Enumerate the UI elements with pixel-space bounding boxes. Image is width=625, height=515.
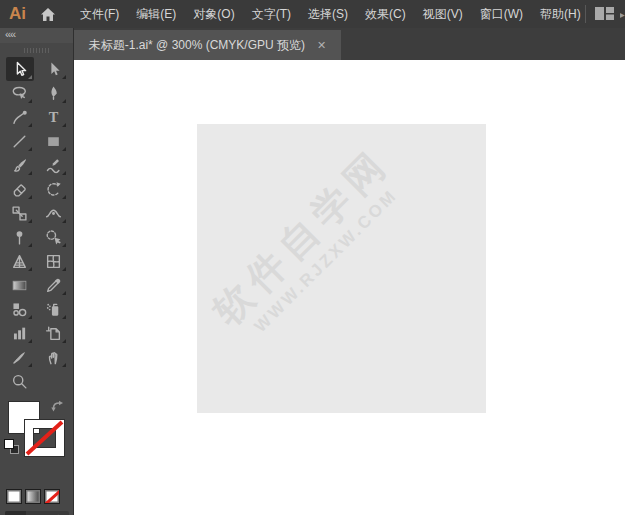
draw-behind-icon[interactable] [26,511,47,515]
draw-normal-icon[interactable] [5,511,26,515]
artboard-tool[interactable] [40,321,68,345]
width-tool[interactable] [40,201,68,225]
menu-file[interactable]: 文件(F) [76,1,123,28]
menu-type[interactable]: 文字(T) [248,1,295,28]
toolbar-collapse-button[interactable]: «« [0,28,73,43]
default-fill-square [4,439,14,449]
drawing-mode-buttons [5,511,69,515]
menubar-divider [585,5,586,23]
paintbrush-tool[interactable] [6,153,34,177]
gradient-swatch-icon[interactable] [25,489,41,504]
illustrator-logo: Ai [9,4,26,24]
mesh-tool[interactable] [40,249,68,273]
gradient-tool[interactable] [6,273,34,297]
menu-items: 文件(F) 编辑(E) 对象(O) 文字(T) 选择(S) 效果(C) 视图(V… [76,1,585,28]
menu-select[interactable]: 选择(S) [304,1,352,28]
tab-close-icon[interactable]: ✕ [317,40,326,51]
slice-tool[interactable] [6,345,34,369]
menu-window[interactable]: 窗口(W) [476,1,527,28]
blend-tool[interactable] [6,297,34,321]
canvas-area[interactable]: 软件自学网 WWW.RJZXW.COM [74,60,625,515]
document-tab[interactable]: 未标题-1.ai* @ 300% (CMYK/GPU 预览) ✕ [74,30,341,60]
gray-square-object[interactable] [197,124,486,413]
menu-view[interactable]: 视图(V) [419,1,467,28]
svg-text:T: T [49,109,59,125]
hand-tool[interactable] [40,345,68,369]
paint-style-buttons [0,489,73,504]
puppet-warp-tool[interactable] [6,225,34,249]
menu-help[interactable]: 帮助(H) [536,1,585,28]
fill-stroke-controls [0,401,73,487]
tool-grid: T [0,57,73,393]
home-icon[interactable] [40,7,56,22]
menu-edit[interactable]: 编辑(E) [132,1,180,28]
menu-object[interactable]: 对象(O) [189,1,238,28]
none-swatch-icon[interactable] [44,489,60,504]
curvature-tool[interactable] [6,105,34,129]
rectangle-tool[interactable] [40,129,68,153]
perspective-grid-tool[interactable] [6,249,34,273]
lasso-tool[interactable] [6,81,34,105]
document-tab-bar: 未标题-1.ai* @ 300% (CMYK/GPU 预览) ✕ [74,28,625,60]
type-tool[interactable]: T [40,105,68,129]
chevron-icon[interactable]: ▸ [620,9,625,19]
menu-effect[interactable]: 效果(C) [361,1,410,28]
stroke-none-slash [25,420,64,456]
menu-bar: Ai 文件(F) 编辑(E) 对象(O) 文字(T) 选择(S) 效果(C) 视… [0,0,625,28]
swap-fill-stroke-icon[interactable] [50,399,66,418]
rotate-tool[interactable] [40,177,68,201]
column-graph-tool[interactable] [6,321,34,345]
selection-tool[interactable] [6,57,34,81]
line-segment-tool[interactable] [6,129,34,153]
draw-inside-icon[interactable] [48,511,69,515]
shaper-tool[interactable] [40,153,68,177]
scale-tool[interactable] [6,201,34,225]
stroke-color-swatch[interactable] [25,420,64,456]
document-tab-title: 未标题-1.ai* @ 300% (CMYK/GPU 预览) [89,37,305,54]
tools-panel: «« T [0,28,74,515]
default-fill-stroke-icon[interactable] [4,439,19,454]
direct-selection-tool[interactable] [40,57,68,81]
color-swatch-icon[interactable] [6,489,22,504]
menubar-right-cluster: ▸ [585,5,625,23]
shape-builder-tool[interactable] [40,225,68,249]
eyedropper-tool[interactable] [40,273,68,297]
symbol-sprayer-tool[interactable] [40,297,68,321]
zoom-tool[interactable] [6,369,34,393]
drag-dots [24,48,50,53]
toolbar-drag-handle[interactable] [0,43,73,57]
pen-tool[interactable] [40,81,68,105]
workspace-switcher-icon[interactable] [594,6,616,22]
eraser-tool[interactable] [6,177,34,201]
